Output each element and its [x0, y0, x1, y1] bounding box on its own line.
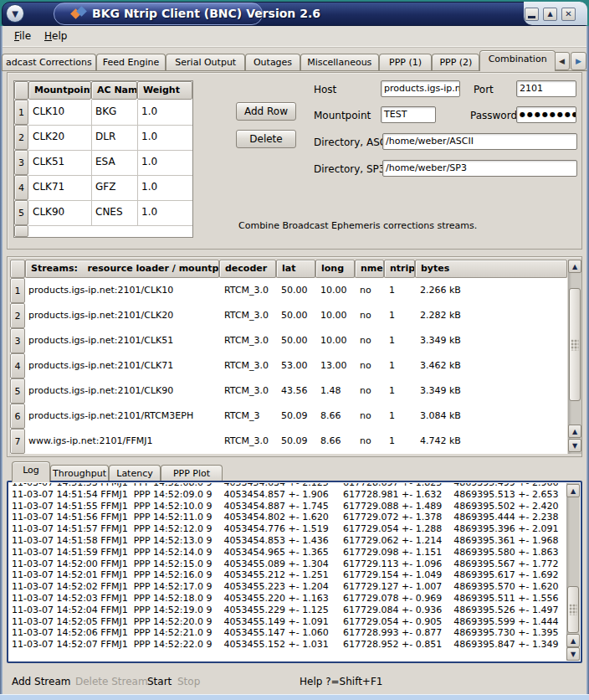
password-field[interactable]: ●●●●●●●●: [516, 106, 576, 123]
tab-throughput[interactable]: Throughput: [50, 465, 109, 482]
column-header-weight: Weight: [137, 81, 192, 100]
streams-header-bytes: bytes: [415, 260, 567, 278]
tab-log[interactable]: Log: [12, 461, 50, 482]
tab-combination[interactable]: Combination: [479, 50, 556, 71]
scroll-up-icon: ▲: [571, 487, 576, 495]
host-field[interactable]: products.igs-ip.net: [381, 80, 460, 97]
cell-mountpoint[interactable]: CLK10: [28, 100, 91, 125]
cell-weight[interactable]: 1.0: [137, 175, 192, 200]
cell-ac-name[interactable]: DLR: [91, 125, 137, 150]
log-scroll-up2-button[interactable]: ▲: [566, 634, 580, 647]
directory-sp3-label: Directory, SP3: [314, 163, 385, 175]
delete-stream-button[interactable]: Delete Stream: [75, 673, 148, 690]
stream-row[interactable]: 5 products.igs-ip.net:2101/CLK90 RTCM_3.…: [10, 378, 567, 404]
maximize-icon: ▲: [544, 8, 556, 20]
log-text: 11-03-07 14:51:53 FFMJ1 PPP 14:52:08.0 9…: [12, 483, 562, 660]
streams-header-mountpoint: Streams: resource loader / mountpoint: [25, 260, 219, 278]
chevron-down-icon: ▼: [12, 9, 18, 18]
stream-row[interactable]: 3 products.igs-ip.net:2101/CLK51 RTCM_3.…: [10, 328, 567, 353]
add-row-button[interactable]: Add Row: [236, 102, 296, 121]
log-line: 11-03-07 14:52:02 FFMJ1 PPP 14:52:17.0 9…: [12, 581, 562, 593]
log-line: 11-03-07 14:51:54 FFMJ1 PPP 14:52:09.0 9…: [12, 489, 562, 501]
cell-weight[interactable]: 1.0: [137, 125, 192, 150]
minimize-button[interactable]: [525, 8, 539, 21]
streams-scroll-up-button[interactable]: ▲: [568, 260, 581, 273]
tab-scroll-right-icon: ▶: [576, 57, 581, 65]
combination-note: Combine Broadcast Ephemeris corrections …: [238, 220, 477, 231]
grid-line: [28, 225, 192, 226]
cell-weight[interactable]: 1.0: [137, 100, 192, 125]
streams-header-decoder: decoder: [219, 260, 276, 278]
grid-line: [28, 150, 192, 151]
port-field[interactable]: 2101: [516, 80, 576, 97]
tab-miscellaneous[interactable]: Miscellaneous: [300, 54, 379, 71]
menu-file[interactable]: File: [11, 30, 34, 44]
tab-ppp-plot[interactable]: PPP Plot: [161, 465, 223, 482]
close-button[interactable]: ✕: [561, 8, 576, 21]
mountpoint-label: Mountpoint: [314, 110, 371, 121]
streams-scroll-down-button[interactable]: ▼: [568, 439, 581, 452]
window-border-left: [0, 26, 3, 700]
row-number: 2: [14, 125, 28, 150]
tab-scroll-left-button[interactable]: ◀: [554, 52, 570, 70]
delete-button[interactable]: Delete: [236, 130, 296, 148]
tab-ppp-2[interactable]: PPP (2): [432, 54, 479, 71]
main-tab-bar: adcast Corrections Feed Engine Serial Ou…: [2, 50, 556, 71]
maximize-button[interactable]: ▲: [543, 8, 557, 21]
scroll-down-icon: ▼: [572, 442, 577, 450]
tab-serial-output[interactable]: Serial Output: [166, 54, 245, 71]
stream-row[interactable]: 1 products.igs-ip.net:2101/CLK10 RTCM_3.…: [10, 278, 567, 303]
window-border-bottom: [0, 694, 589, 700]
close-icon: ✕: [562, 8, 575, 20]
log-scroll-up-button[interactable]: ▲: [566, 484, 580, 497]
combination-table: Mountpoint AC Name Weight 1 CLK10 BKG 1.…: [13, 80, 193, 238]
cell-weight[interactable]: 1.0: [137, 200, 192, 225]
bnc-logo-icon: [72, 7, 87, 20]
column-header-ac-name: AC Name: [91, 81, 137, 100]
log-line: 11-03-07 14:52:00 FFMJ1 PPP 14:52:15.0 9…: [12, 558, 562, 570]
tab-ppp-1[interactable]: PPP (1): [379, 54, 433, 71]
log-line: 11-03-07 14:51:56 FFMJ1 PPP 14:52:11.0 9…: [12, 512, 562, 523]
log-scrollbar-thumb[interactable]: [567, 586, 579, 633]
directory-ascii-field[interactable]: /home/weber/ASCII: [382, 133, 577, 150]
tab-broadcast-corrections[interactable]: adcast Corrections: [2, 54, 96, 71]
log-scroll-down-button[interactable]: ▼: [566, 647, 580, 661]
cell-ac-name[interactable]: CNES: [91, 200, 137, 225]
add-stream-button[interactable]: Add Stream: [12, 673, 70, 690]
directory-sp3-field[interactable]: /home/weber/SP3: [382, 160, 577, 177]
streams-header-ntrip: ntrip: [384, 260, 415, 278]
mountpoint-field[interactable]: TEST: [381, 106, 436, 123]
bnc-window: ▼ BKG Ntrip Client (BNC) Version 2.6 ▲ ✕…: [0, 0, 589, 700]
cell-ac-name[interactable]: GFZ: [91, 175, 137, 200]
window-menu-button[interactable]: ▼: [6, 4, 24, 23]
cell-mountpoint[interactable]: CLK20: [28, 125, 91, 150]
cell-ac-name[interactable]: ESA: [91, 150, 137, 175]
start-button[interactable]: Start: [147, 673, 172, 690]
grid-line: [137, 100, 138, 225]
stream-row[interactable]: 6 products.igs-ip.net:2101/RTCM3EPH RTCM…: [10, 404, 567, 429]
directory-ascii-label: Directory, ASCII: [314, 136, 392, 148]
tab-feed-engine[interactable]: Feed Engine: [96, 54, 166, 71]
cell-ac-name[interactable]: BKG: [91, 100, 137, 125]
log-line: 11-03-07 14:51:55 FFMJ1 PPP 14:52:10.0 9…: [12, 501, 562, 512]
stream-row[interactable]: 4 products.igs-ip.net:2101/CLK71 RTCM_3.…: [10, 353, 567, 378]
tab-scroll-right-button[interactable]: ▶: [571, 52, 586, 70]
cell-mountpoint[interactable]: CLK71: [28, 175, 91, 200]
cell-mountpoint[interactable]: CLK90: [28, 200, 91, 225]
tab-outages[interactable]: Outages: [245, 54, 300, 71]
log-tab-bar: Log Throughput Latency PPP Plot: [12, 462, 223, 482]
streams-scrollbar-thumb[interactable]: [569, 288, 581, 401]
tab-latency[interactable]: Latency: [109, 465, 161, 482]
cell-weight[interactable]: 1.0: [137, 150, 192, 175]
port-label: Port: [474, 84, 494, 95]
scroll-up-icon: ▲: [572, 263, 577, 270]
menu-help[interactable]: Help: [41, 30, 70, 44]
help-button[interactable]: Help ?=Shift+F1: [300, 673, 382, 690]
stream-row[interactable]: 2 products.igs-ip.net:2101/CLK20 RTCM_3.…: [10, 303, 567, 328]
log-line: 11-03-07 14:52:05 FFMJ1 PPP 14:52:20.0 9…: [12, 616, 562, 628]
scroll-up-icon: ▲: [572, 428, 577, 435]
stop-button[interactable]: Stop: [177, 673, 200, 690]
cell-mountpoint[interactable]: CLK51: [28, 150, 91, 175]
stream-row[interactable]: 7 www.igs-ip.net:2101/FFMJ1 RTCM_3.0 50.…: [10, 429, 567, 454]
streams-scroll-up2-button[interactable]: ▲: [568, 425, 581, 438]
